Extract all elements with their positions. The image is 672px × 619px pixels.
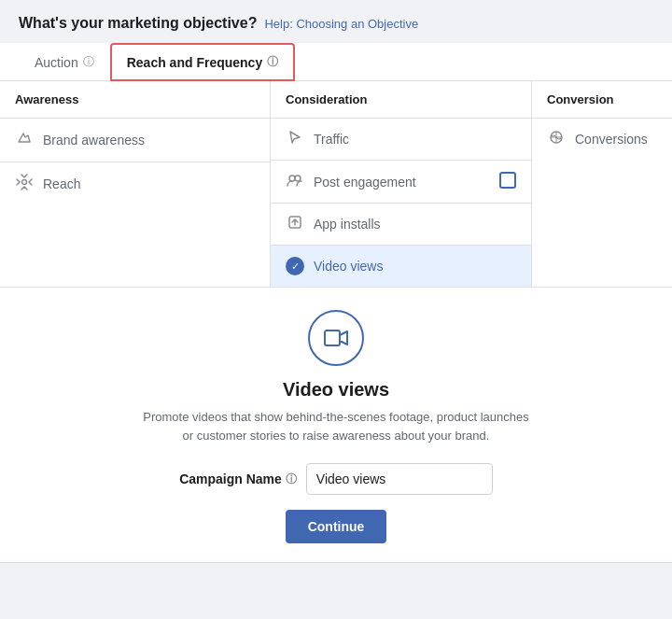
header-section: What's your marketing objective? Help: C… (0, 0, 672, 43)
help-link[interactable]: Help: Choosing an Objective (264, 17, 418, 31)
tab-reach-frequency-label: Reach and Frequency (127, 55, 263, 70)
detail-title: Video views (19, 379, 653, 401)
tabs-section: Auction ⓘ Reach and Frequency ⓘ (0, 43, 672, 81)
svg-rect-7 (325, 331, 340, 345)
post-engagement-checkbox-box (499, 172, 516, 189)
awareness-header: Awareness (0, 81, 270, 119)
main-card: Awareness Brand awareness (0, 81, 672, 563)
video-icon-circle (308, 310, 364, 366)
reach-item[interactable]: Reach (0, 162, 270, 205)
traffic-item[interactable]: Traffic (271, 119, 531, 161)
svg-point-1 (289, 176, 295, 181)
campaign-name-input[interactable] (306, 463, 493, 495)
brand-awareness-label: Brand awareness (43, 133, 145, 148)
auction-info-icon: ⓘ (83, 54, 94, 70)
video-views-item[interactable]: ✓ Video views (271, 246, 531, 287)
tab-reach-frequency[interactable]: Reach and Frequency ⓘ (110, 43, 296, 81)
post-engagement-item[interactable]: Post engagement (271, 161, 531, 204)
conversions-icon (547, 130, 566, 148)
brand-awareness-icon (15, 130, 34, 150)
app-installs-icon (286, 215, 304, 233)
video-views-label: Video views (314, 259, 383, 274)
tab-auction-label: Auction (35, 55, 78, 70)
reach-icon (15, 174, 34, 194)
detail-section: Video views Promote videos that show beh… (0, 288, 672, 563)
campaign-name-row: Campaign Name ⓘ (19, 463, 653, 495)
continue-button[interactable]: Continue (286, 510, 387, 543)
conversion-header: Conversion (532, 81, 672, 119)
page-title: What's your marketing objective? (19, 15, 257, 32)
traffic-label: Traffic (314, 132, 349, 147)
objectives-grid: Awareness Brand awareness (0, 81, 672, 288)
brand-awareness-item[interactable]: Brand awareness (0, 119, 270, 162)
tab-auction[interactable]: Auction ⓘ (19, 43, 110, 81)
consideration-column: Consideration Traffic (271, 81, 532, 287)
campaign-name-info-icon: ⓘ (286, 471, 297, 487)
detail-description: Promote videos that show behind-the-scen… (140, 408, 532, 444)
page-wrapper: What's your marketing objective? Help: C… (0, 0, 672, 563)
post-engagement-icon (286, 174, 304, 190)
reach-frequency-info-icon: ⓘ (267, 54, 278, 70)
post-engagement-checkbox (499, 172, 516, 191)
conversions-item[interactable]: Conversions (532, 119, 672, 160)
post-engagement-label: Post engagement (314, 175, 416, 190)
awareness-column: Awareness Brand awareness (0, 81, 271, 287)
video-views-check: ✓ (286, 257, 304, 275)
svg-point-0 (22, 180, 27, 185)
app-installs-item[interactable]: App installs (271, 204, 531, 246)
app-installs-label: App installs (314, 217, 381, 232)
consideration-header: Consideration (271, 81, 531, 119)
conversion-column: Conversion Conversions (532, 81, 672, 287)
reach-label: Reach (43, 176, 80, 191)
campaign-name-label: Campaign Name ⓘ (179, 471, 297, 487)
traffic-icon (286, 130, 304, 148)
svg-point-2 (295, 176, 301, 181)
conversions-label: Conversions (575, 132, 648, 147)
